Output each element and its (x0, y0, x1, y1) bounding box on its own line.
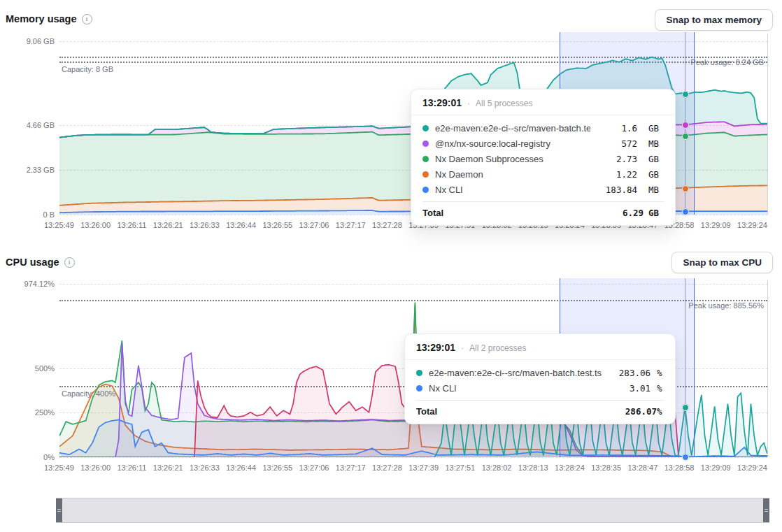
process-value: 572 (597, 138, 637, 149)
tooltip-separator: · (467, 99, 470, 108)
memory-y-tick-label: 9.06 GB (3, 37, 55, 45)
memory-y-tick-label: 0 B (3, 210, 55, 219)
tooltip-separator: · (461, 343, 464, 353)
x-tick-label: 13:29:09 (701, 463, 731, 472)
x-tick-label: 13:26:44 (226, 463, 256, 472)
cpu-peak-label: Peak usage: 885.56% (688, 301, 764, 310)
process-unit: GB (648, 169, 664, 180)
x-tick-label: 13:26:11 (117, 463, 146, 472)
process-value: 2.73 (597, 154, 637, 164)
cpu-y-tick-label: 974.12% (3, 280, 55, 288)
memory-hover-point (682, 185, 689, 192)
x-tick-label: 13:27:28 (372, 463, 402, 472)
cpu-y-tick-label: 0% (3, 453, 55, 461)
info-icon[interactable]: i (64, 257, 75, 268)
tooltip-time: 13:29:01 (416, 342, 455, 353)
tooltip-total-value: 286.07 (616, 406, 657, 417)
process-name: e2e-maven:e2e-ci--src/maven-batch.test.t… (435, 123, 590, 134)
x-tick-label: 13:25:49 (44, 221, 74, 229)
process-unit: MB (648, 185, 664, 195)
cpu-gridline (59, 457, 767, 458)
cpu-tooltip: 13:29:01 · All 2 processes e2e-maven:e2e… (404, 333, 676, 424)
brush-handle-left[interactable] (56, 498, 62, 522)
cpu-y-tick-label: 500% (3, 364, 55, 373)
process-unit: % (657, 368, 664, 378)
x-tick-label: 13:27:51 (445, 463, 475, 472)
tooltip-header: 13:29:01 · All 2 processes (405, 334, 675, 360)
tooltip-subtitle: All 5 processes (476, 99, 532, 108)
tooltip-header: 13:29:01 · All 5 processes (411, 89, 675, 115)
tooltip-total-unit: % (657, 406, 664, 417)
x-tick-label: 13:26:44 (226, 221, 256, 229)
x-tick-label: 13:28:47 (627, 463, 657, 472)
tooltip-row: e2e-maven:e2e-ci--src/maven-batch.test.t… (422, 120, 664, 136)
x-tick-label: 13:25:49 (44, 463, 74, 472)
x-tick-label: 13:27:06 (299, 221, 329, 229)
x-tick-label: 13:27:06 (299, 463, 329, 472)
x-tick-label: 13:27:17 (336, 463, 366, 472)
series-color-dot-icon (422, 171, 429, 178)
snap-to-max-memory-button[interactable]: Snap to max memory (655, 9, 773, 31)
process-name: Nx Daemon Subprocesses (435, 154, 590, 164)
x-tick-label: 13:26:00 (80, 221, 111, 229)
tooltip-row: e2e-maven:e2e-ci--src/maven-batch.test.t… (416, 365, 664, 380)
process-name: @nx/nx-source:local-registry (435, 138, 590, 149)
process-value: 3.01 (610, 383, 651, 394)
tooltip-total-label: Total (422, 208, 603, 218)
tooltip-row: @nx/nx-source:local-registry572MB (422, 136, 664, 151)
process-unit: GB (648, 123, 664, 134)
x-tick-label: 13:26:33 (190, 463, 220, 472)
cpu-hover-line (685, 278, 685, 457)
cpu-hover-point (682, 454, 689, 461)
tooltip-row: Nx Daemon Subprocesses2.73GB (422, 151, 664, 166)
series-color-dot-icon (422, 125, 429, 131)
x-tick-label: 13:27:17 (336, 221, 366, 229)
time-range-brush[interactable] (56, 498, 769, 523)
process-value: 183.84 (597, 185, 637, 195)
x-tick-label: 13:27:28 (372, 221, 402, 229)
x-tick-label: 13:26:11 (117, 221, 146, 229)
tooltip-total-label: Total (416, 406, 616, 417)
process-unit: MB (648, 138, 664, 149)
cpu-capacity-label: Capacity: 400% (62, 389, 115, 398)
series-color-dot-icon (422, 141, 429, 147)
tooltip-total-row: Total 286.07 % (416, 400, 664, 424)
process-name: Nx CLI (435, 185, 590, 195)
cpu-y-tick-label: 250% (3, 408, 55, 417)
process-name: e2e-maven:e2e-ci--src/maven-batch.test.t… (429, 368, 604, 378)
x-tick-label: 13:28:58 (664, 463, 695, 472)
tooltip-row: Nx CLI183.84MB (422, 182, 664, 197)
x-tick-label: 13:27:39 (408, 463, 439, 472)
x-tick-label: 13:29:24 (737, 221, 767, 229)
tooltip-rows: e2e-maven:e2e-ci--src/maven-batch.test.t… (405, 360, 675, 400)
info-icon[interactable]: i (82, 14, 92, 24)
cpu-section-title: CPU usage i (6, 257, 75, 268)
x-tick-label: 13:26:33 (190, 221, 220, 229)
x-tick-label: 13:29:24 (737, 463, 767, 472)
cpu-x-axis: 13:25:4913:26:0013:26:1113:26:2113:26:33… (44, 463, 767, 472)
memory-y-tick-label: 2.33 GB (3, 166, 55, 174)
x-tick-label: 13:26:55 (262, 221, 292, 229)
x-tick-label: 13:26:21 (153, 463, 183, 472)
tooltip-total-unit: GB (648, 208, 664, 218)
process-value: 283.06 (610, 368, 651, 378)
memory-peak-label: Peak usage: 8.24 GB (690, 58, 764, 66)
tooltip-row: Nx Daemon1.22GB (422, 166, 664, 182)
memory-plot-right-border (767, 34, 768, 215)
series-color-dot-icon (422, 156, 429, 162)
process-unit: % (657, 383, 664, 394)
process-name: Nx Daemon (435, 169, 590, 180)
process-name: Nx CLI (429, 383, 604, 394)
process-value: 1.6 (597, 123, 637, 134)
process-unit: GB (648, 154, 664, 164)
tooltip-total-row: Total 6.29 GB (422, 201, 664, 225)
snap-to-max-cpu-button[interactable]: Snap to max CPU (671, 252, 773, 273)
tooltip-subtitle: All 2 processes (469, 343, 526, 353)
x-tick-label: 13:28:02 (482, 463, 512, 472)
tooltip-total-value: 6.29 (603, 208, 644, 218)
x-tick-label: 13:28:35 (591, 463, 621, 472)
x-tick-label: 13:26:00 (80, 463, 111, 472)
cpu-title-text: CPU usage (6, 257, 59, 268)
brush-handle-right[interactable] (763, 498, 769, 522)
x-tick-label: 13:28:13 (518, 463, 548, 472)
